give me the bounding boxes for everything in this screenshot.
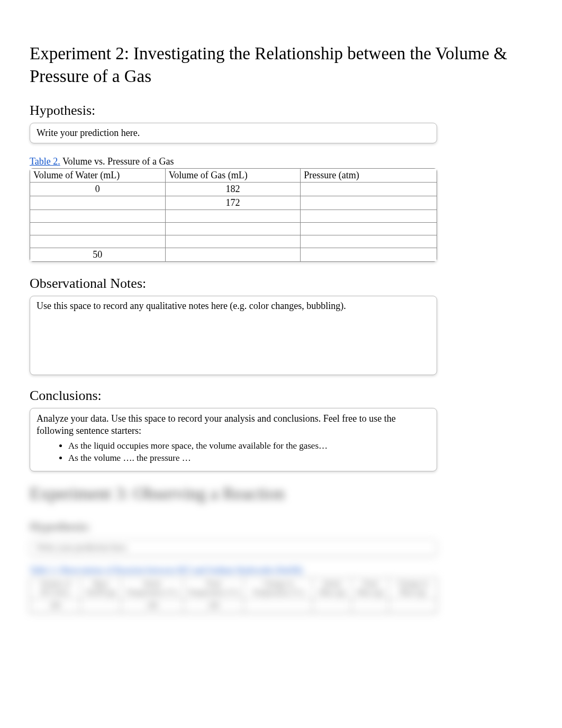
conclusions-input[interactable]: Analyze your data. Use this space to rec…: [30, 408, 437, 471]
table-3-cell: [388, 599, 437, 612]
cell-pressure[interactable]: [301, 182, 437, 196]
cell-water[interactable]: [30, 196, 166, 210]
table-row: [30, 222, 437, 235]
hypothesis-input[interactable]: Write your prediction here.: [30, 123, 437, 143]
table-2-header-pressure: Pressure (atm): [301, 168, 437, 182]
table-row: 50: [30, 248, 437, 261]
conclusions-bullet-2: As the volume …. the pressure …: [68, 452, 430, 465]
table-3-cell: [80, 599, 121, 612]
table-3-header: Mass NaOH (g): [80, 577, 121, 599]
cell-gas[interactable]: [165, 235, 301, 248]
cell-water[interactable]: 0: [30, 182, 166, 196]
hypothesis-heading: Hypothesis:: [30, 103, 532, 119]
experiment-2-title: Experiment 2: Investigating the Relation…: [30, 42, 532, 88]
table-3-header: Final Mass (g): [352, 577, 389, 599]
cell-pressure[interactable]: [301, 210, 437, 222]
conclusions-bullet-1: As the liquid occupies more space, the v…: [68, 440, 430, 452]
cell-water[interactable]: [30, 235, 166, 248]
table-3: Volume of HCl (mL) Mass NaOH (g) Initial…: [30, 577, 437, 613]
table-3-cell: [313, 599, 352, 612]
table-3-header: Final Temperature (°C): [183, 577, 244, 599]
cell-gas[interactable]: [165, 248, 301, 261]
table-3-cell: [352, 599, 389, 612]
table-row: 0 182: [30, 182, 437, 196]
table-row: [30, 235, 437, 248]
cell-gas[interactable]: [165, 210, 301, 222]
table-3-header: Change in Temperature (°C): [244, 577, 313, 599]
table-row: [30, 210, 437, 222]
experiment-3-title: Experiment 3: Observing a Reaction: [30, 484, 532, 504]
table-2-caption: Table 2. Volume vs. Pressure of a Gas: [30, 156, 532, 167]
table-3-header: Initial Mass (g): [313, 577, 352, 599]
table-3-caption: Table 3. Observations of Reaction betwee…: [30, 566, 532, 575]
cell-pressure[interactable]: [301, 222, 437, 235]
conclusions-heading: Conclusions:: [30, 388, 532, 404]
table-2-header-water: Volume of Water (mL): [30, 168, 166, 182]
cell-water[interactable]: [30, 222, 166, 235]
conclusions-intro: Analyze your data. Use this space to rec…: [37, 413, 430, 438]
table-header-row: Volume of Water (mL) Volume of Gas (mL) …: [30, 168, 437, 182]
observational-notes-heading: Observational Notes:: [30, 276, 532, 292]
table-2-header-gas: Volume of Gas (mL): [165, 168, 301, 182]
hypothesis-input-3: Write your prediction here.: [30, 539, 437, 556]
table-3-cell: 100: [121, 599, 183, 612]
cell-water[interactable]: [30, 210, 166, 222]
table-row: 100 100 100: [30, 599, 437, 612]
cell-gas[interactable]: [165, 222, 301, 235]
experiment-3-blurred-preview: Experiment 3: Observing a Reaction Hypot…: [30, 484, 532, 613]
table-3-header: Change in Mass (g): [388, 577, 437, 599]
table-3-cell: 100: [183, 599, 244, 612]
table-row: Volume of HCl (mL) Mass NaOH (g) Initial…: [30, 577, 437, 599]
table-3-cell: [244, 599, 313, 612]
cell-gas[interactable]: 182: [165, 182, 301, 196]
conclusions-bullets: As the liquid occupies more space, the v…: [37, 440, 430, 465]
table-2-label: Table 2.: [30, 156, 60, 167]
cell-pressure[interactable]: [301, 248, 437, 261]
table-3-cell: 100: [30, 599, 80, 612]
cell-water[interactable]: 50: [30, 248, 166, 261]
hypothesis-heading-3: Hypothesis:: [30, 520, 532, 534]
observational-notes-input[interactable]: Use this space to record any qualitative…: [30, 296, 437, 375]
cell-pressure[interactable]: [301, 235, 437, 248]
table-2: Volume of Water (mL) Volume of Gas (mL) …: [30, 168, 437, 262]
cell-gas[interactable]: 172: [165, 196, 301, 210]
table-row: 172: [30, 196, 437, 210]
table-3-header: Initial Temperature (°C): [121, 577, 183, 599]
table-3-header: Volume of HCl (mL): [30, 577, 80, 599]
table-2-caption-text: Volume vs. Pressure of a Gas: [62, 156, 174, 167]
cell-pressure[interactable]: [301, 196, 437, 210]
